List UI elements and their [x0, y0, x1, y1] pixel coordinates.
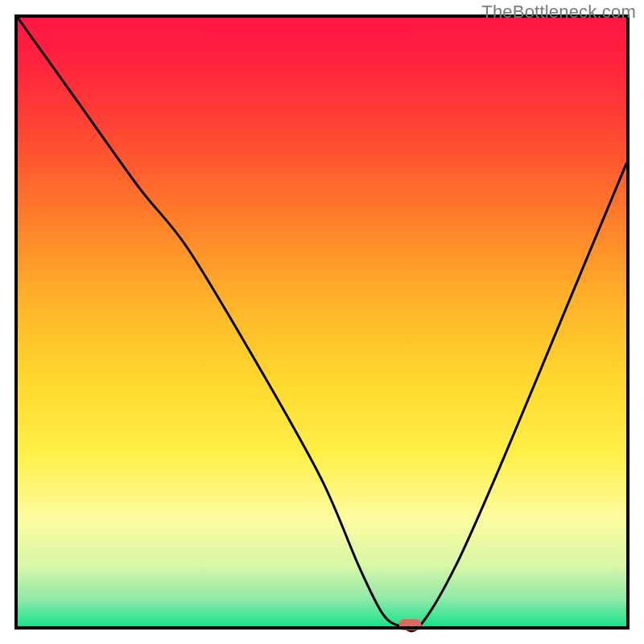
bottleneck-chart [0, 0, 644, 644]
chart-container: TheBottleneck.com [0, 0, 644, 644]
plot-area [18, 18, 626, 631]
watermark-text: TheBottleneck.com [481, 2, 636, 23]
gradient-background [18, 18, 626, 626]
